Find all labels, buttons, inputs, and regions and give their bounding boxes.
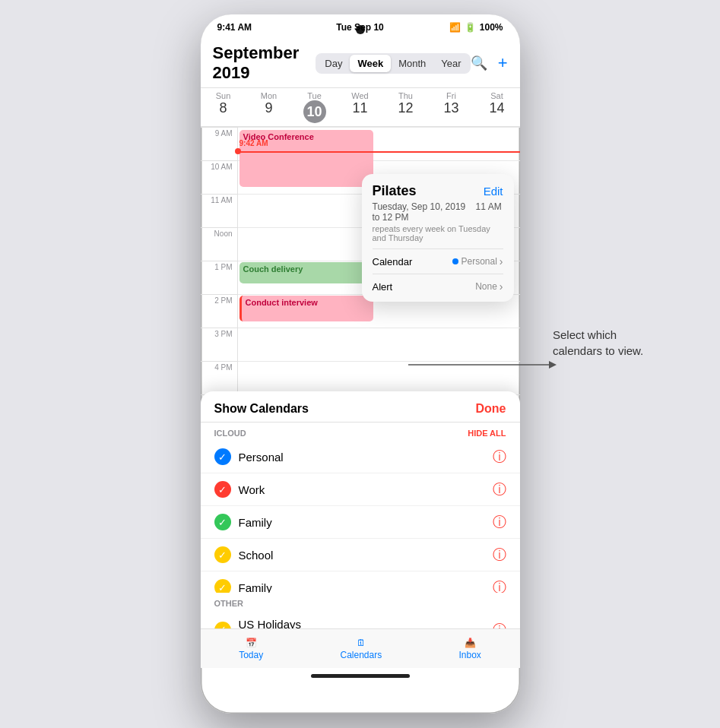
tab-inbox[interactable]: 📥 Inbox <box>458 638 481 660</box>
event-detail-panel: Pilates Edit Tuesday, Sep 10, 2019 11 AM… <box>362 174 514 302</box>
cal-name-family: Family <box>239 516 485 529</box>
cal-info-personal[interactable]: ⓘ <box>493 448 506 466</box>
cal-info-school[interactable]: ⓘ <box>493 546 506 564</box>
cal-info-family[interactable]: ⓘ <box>493 513 506 531</box>
day-fri[interactable]: Fri 13 <box>429 88 474 126</box>
show-calendars-header: Show Calendars Done <box>201 391 520 423</box>
day-tue-today[interactable]: Tue 10 <box>292 88 338 126</box>
event-calendar-row: Calendar Personal › <box>373 255 503 267</box>
tab-calendars[interactable]: 🗓 Calendars <box>340 638 382 660</box>
cal-check-school: ✓ <box>214 546 231 563</box>
calendar-title: September 2019 <box>213 43 316 83</box>
tab-today[interactable]: 📅 Today <box>239 638 263 660</box>
battery-icon: 🔋 <box>465 22 476 33</box>
event-edit-button[interactable]: Edit <box>484 185 503 198</box>
day-mon[interactable]: Mon 9 <box>246 88 292 126</box>
status-date: Tue Sep 10 <box>336 22 383 33</box>
wifi-icon: 📶 <box>449 22 461 33</box>
day-sun[interactable]: Sun 8 <box>201 88 246 126</box>
today-icon: 📅 <box>246 638 257 648</box>
calendar-value[interactable]: Personal › <box>452 255 503 267</box>
alert-value[interactable]: None › <box>475 280 503 293</box>
other-section-label: OTHER <box>201 593 520 611</box>
annotation: Select which calendars to view. <box>553 327 659 359</box>
cal-item-family[interactable]: ✓ Family ⓘ <box>201 506 520 539</box>
cal-name-work: Work <box>239 483 485 496</box>
view-btn-day[interactable]: Day <box>317 55 350 72</box>
current-time-line: 9:42 AM <box>238 151 520 153</box>
app-header: September 2019 Day Week Month Year 🔍 + <box>201 37 520 88</box>
event-date: Tuesday, Sep 10, 2019 <box>373 201 466 212</box>
hide-all-icloud-button[interactable]: HIDE ALL <box>468 429 506 438</box>
annotation-arrow <box>408 342 560 388</box>
cal-info-work[interactable]: ⓘ <box>493 480 506 499</box>
cal-check-family2: ✓ <box>214 579 231 593</box>
day-wed[interactable]: Wed 11 <box>338 88 383 126</box>
annotation-text: Select which calendars to view. <box>553 327 659 359</box>
tab-bar: 📅 Today 🗓 Calendars 📥 Inbox <box>201 628 520 668</box>
calendars-icon: 🗓 <box>357 638 366 648</box>
inbox-icon: 📥 <box>465 638 476 648</box>
cal-item-family2[interactable]: ✓ Family ⓘ <box>201 571 520 593</box>
svg-marker-1 <box>549 361 557 369</box>
cal-item-school[interactable]: ✓ School ⓘ <box>201 539 520 571</box>
day-sat[interactable]: Sat 14 <box>474 88 520 126</box>
cal-name-personal: Personal <box>239 451 485 464</box>
view-btn-week[interactable]: Week <box>350 55 391 72</box>
view-btn-year[interactable]: Year <box>433 55 468 72</box>
cal-check-work: ✓ <box>214 481 231 498</box>
show-calendars-panel: Show Calendars Done ICLOUD HIDE ALL ✓ Pe… <box>201 391 520 628</box>
show-calendars-title: Show Calendars <box>214 402 309 416</box>
cal-check-us-holidays: ✓ <box>214 622 231 629</box>
event-alert-row: Alert None › <box>373 280 503 293</box>
cal-check-personal: ✓ <box>214 448 231 465</box>
cal-info-family2[interactable]: ⓘ <box>493 578 506 593</box>
event-couch-delivery[interactable]: Couch delivery <box>239 262 373 283</box>
view-switcher[interactable]: Day Week Month Year <box>316 53 470 74</box>
show-calendars-done-button[interactable]: Done <box>476 402 506 416</box>
calendar-label: Calendar <box>373 256 413 267</box>
event-conduct-interview[interactable]: Conduct interview <box>239 296 373 321</box>
cal-info-us-holidays[interactable]: ⓘ <box>493 621 506 629</box>
cal-name-family2: Family <box>239 581 485 593</box>
home-indicator[interactable] <box>311 674 410 678</box>
cal-name-school: School <box>239 549 485 562</box>
add-event-icon[interactable]: + <box>498 53 508 73</box>
cal-item-us-holidays[interactable]: ✓ US Holidays Subscribed ⓘ <box>201 611 520 628</box>
day-header-row: Sun 8 Mon 9 Tue 10 Wed 11 Thu 12 Fri 13 <box>201 88 520 127</box>
icloud-section-label: ICLOUD HIDE ALL <box>201 423 520 441</box>
icloud-calendar-list: ✓ Personal ⓘ ✓ Work ⓘ ✓ Family ⓘ <box>201 441 520 593</box>
alert-label: Alert <box>373 281 393 293</box>
cal-item-personal[interactable]: ✓ Personal ⓘ <box>201 441 520 473</box>
cal-check-family: ✓ <box>214 514 231 530</box>
cal-item-work[interactable]: ✓ Work ⓘ <box>201 473 520 506</box>
cal-name-us-holidays: US Holidays <box>239 618 485 628</box>
day-thu[interactable]: Thu 12 <box>383 88 429 126</box>
view-btn-month[interactable]: Month <box>391 55 433 72</box>
search-icon[interactable]: 🔍 <box>471 55 487 71</box>
battery-level: 100% <box>480 22 503 33</box>
event-repeat: repeats every week on Tuesday and Thursd… <box>373 224 503 242</box>
status-time: 9:41 AM <box>217 22 252 33</box>
